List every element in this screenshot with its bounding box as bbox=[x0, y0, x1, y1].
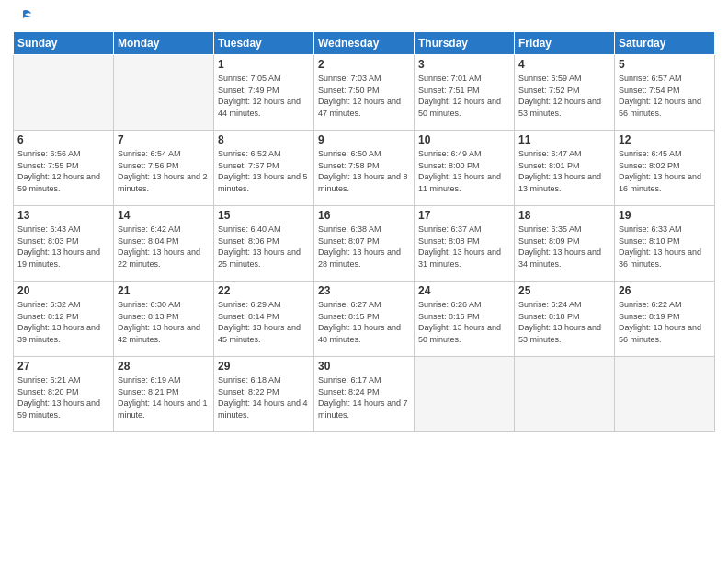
weekday-header-saturday: Saturday bbox=[615, 32, 715, 55]
day-number: 2 bbox=[318, 58, 410, 71]
weekday-header-tuesday: Tuesday bbox=[214, 32, 314, 55]
day-number: 3 bbox=[418, 58, 510, 71]
day-detail: Sunrise: 6:26 AM Sunset: 8:16 PM Dayligh… bbox=[418, 299, 510, 345]
logo-bird-icon bbox=[14, 9, 32, 26]
day-number: 19 bbox=[619, 209, 711, 222]
day-detail: Sunrise: 6:43 AM Sunset: 8:03 PM Dayligh… bbox=[17, 224, 109, 270]
calendar-cell: 14Sunrise: 6:42 AM Sunset: 8:04 PM Dayli… bbox=[114, 206, 214, 282]
week-row-1: 1Sunrise: 7:05 AM Sunset: 7:49 PM Daylig… bbox=[14, 55, 715, 131]
calendar-cell bbox=[114, 55, 214, 131]
calendar-cell: 3Sunrise: 7:01 AM Sunset: 7:51 PM Daylig… bbox=[415, 55, 515, 131]
day-detail: Sunrise: 6:17 AM Sunset: 8:24 PM Dayligh… bbox=[318, 374, 410, 420]
day-number: 12 bbox=[619, 133, 711, 146]
calendar-cell: 11Sunrise: 6:47 AM Sunset: 8:01 PM Dayli… bbox=[515, 131, 615, 206]
calendar-cell: 28Sunrise: 6:19 AM Sunset: 8:21 PM Dayli… bbox=[114, 357, 214, 432]
calendar-cell: 18Sunrise: 6:35 AM Sunset: 8:09 PM Dayli… bbox=[515, 206, 615, 282]
day-detail: Sunrise: 6:54 AM Sunset: 7:56 PM Dayligh… bbox=[118, 148, 210, 194]
day-number: 10 bbox=[418, 133, 510, 146]
day-number: 18 bbox=[518, 209, 610, 222]
day-number: 22 bbox=[218, 284, 310, 297]
calendar-cell bbox=[14, 55, 114, 131]
day-detail: Sunrise: 7:03 AM Sunset: 7:50 PM Dayligh… bbox=[318, 73, 410, 119]
day-detail: Sunrise: 6:24 AM Sunset: 8:18 PM Dayligh… bbox=[518, 299, 610, 345]
day-detail: Sunrise: 6:30 AM Sunset: 8:13 PM Dayligh… bbox=[118, 299, 210, 345]
calendar-cell bbox=[415, 357, 515, 432]
day-detail: Sunrise: 6:40 AM Sunset: 8:06 PM Dayligh… bbox=[218, 224, 310, 270]
calendar-cell: 23Sunrise: 6:27 AM Sunset: 8:15 PM Dayli… bbox=[314, 282, 415, 357]
calendar-cell: 13Sunrise: 6:43 AM Sunset: 8:03 PM Dayli… bbox=[14, 206, 114, 282]
weekday-header-wednesday: Wednesday bbox=[314, 32, 415, 55]
logo bbox=[13, 9, 32, 24]
day-detail: Sunrise: 6:35 AM Sunset: 8:09 PM Dayligh… bbox=[518, 224, 610, 270]
calendar-cell: 17Sunrise: 6:37 AM Sunset: 8:08 PM Dayli… bbox=[415, 206, 515, 282]
calendar-cell: 22Sunrise: 6:29 AM Sunset: 8:14 PM Dayli… bbox=[214, 282, 314, 357]
calendar-cell: 4Sunrise: 6:59 AM Sunset: 7:52 PM Daylig… bbox=[515, 55, 615, 131]
day-number: 17 bbox=[418, 209, 510, 222]
day-number: 23 bbox=[318, 284, 410, 297]
day-detail: Sunrise: 6:32 AM Sunset: 8:12 PM Dayligh… bbox=[17, 299, 109, 345]
day-detail: Sunrise: 6:52 AM Sunset: 7:57 PM Dayligh… bbox=[218, 148, 310, 194]
day-detail: Sunrise: 6:22 AM Sunset: 8:19 PM Dayligh… bbox=[619, 299, 711, 345]
weekday-header-friday: Friday bbox=[515, 32, 615, 55]
day-detail: Sunrise: 6:57 AM Sunset: 7:54 PM Dayligh… bbox=[619, 73, 711, 119]
calendar-cell: 15Sunrise: 6:40 AM Sunset: 8:06 PM Dayli… bbox=[214, 206, 314, 282]
day-number: 27 bbox=[17, 360, 109, 373]
day-number: 28 bbox=[118, 360, 210, 373]
day-detail: Sunrise: 6:50 AM Sunset: 7:58 PM Dayligh… bbox=[318, 148, 410, 194]
day-detail: Sunrise: 6:49 AM Sunset: 8:00 PM Dayligh… bbox=[418, 148, 510, 194]
calendar-table: SundayMondayTuesdayWednesdayThursdayFrid… bbox=[13, 31, 715, 432]
day-detail: Sunrise: 6:59 AM Sunset: 7:52 PM Dayligh… bbox=[518, 73, 610, 119]
weekday-header-monday: Monday bbox=[114, 32, 214, 55]
day-number: 1 bbox=[218, 58, 310, 71]
calendar-cell: 5Sunrise: 6:57 AM Sunset: 7:54 PM Daylig… bbox=[615, 55, 715, 131]
calendar-cell: 2Sunrise: 7:03 AM Sunset: 7:50 PM Daylig… bbox=[314, 55, 415, 131]
calendar-cell: 16Sunrise: 6:38 AM Sunset: 8:07 PM Dayli… bbox=[314, 206, 415, 282]
day-number: 11 bbox=[518, 133, 610, 146]
day-number: 14 bbox=[118, 209, 210, 222]
week-row-2: 6Sunrise: 6:56 AM Sunset: 7:55 PM Daylig… bbox=[14, 131, 715, 206]
day-number: 8 bbox=[218, 133, 310, 146]
day-detail: Sunrise: 6:21 AM Sunset: 8:20 PM Dayligh… bbox=[17, 374, 109, 420]
calendar-cell bbox=[615, 357, 715, 432]
week-row-4: 20Sunrise: 6:32 AM Sunset: 8:12 PM Dayli… bbox=[14, 282, 715, 357]
day-detail: Sunrise: 6:45 AM Sunset: 8:02 PM Dayligh… bbox=[619, 148, 711, 194]
calendar-cell: 30Sunrise: 6:17 AM Sunset: 8:24 PM Dayli… bbox=[314, 357, 415, 432]
calendar-cell: 8Sunrise: 6:52 AM Sunset: 7:57 PM Daylig… bbox=[214, 131, 314, 206]
calendar-cell: 1Sunrise: 7:05 AM Sunset: 7:49 PM Daylig… bbox=[214, 55, 314, 131]
day-detail: Sunrise: 6:37 AM Sunset: 8:08 PM Dayligh… bbox=[418, 224, 510, 270]
day-detail: Sunrise: 6:38 AM Sunset: 8:07 PM Dayligh… bbox=[318, 224, 410, 270]
day-number: 25 bbox=[518, 284, 610, 297]
day-number: 6 bbox=[17, 133, 109, 146]
weekday-header-row: SundayMondayTuesdayWednesdayThursdayFrid… bbox=[14, 32, 715, 55]
day-number: 7 bbox=[118, 133, 210, 146]
day-detail: Sunrise: 6:18 AM Sunset: 8:22 PM Dayligh… bbox=[218, 374, 310, 420]
day-detail: Sunrise: 6:27 AM Sunset: 8:15 PM Dayligh… bbox=[318, 299, 410, 345]
day-detail: Sunrise: 7:05 AM Sunset: 7:49 PM Dayligh… bbox=[218, 73, 310, 119]
calendar-cell: 26Sunrise: 6:22 AM Sunset: 8:19 PM Dayli… bbox=[615, 282, 715, 357]
weekday-header-sunday: Sunday bbox=[14, 32, 114, 55]
day-number: 24 bbox=[418, 284, 510, 297]
day-number: 15 bbox=[218, 209, 310, 222]
calendar-cell: 19Sunrise: 6:33 AM Sunset: 8:10 PM Dayli… bbox=[615, 206, 715, 282]
day-number: 5 bbox=[619, 58, 711, 71]
day-number: 4 bbox=[518, 58, 610, 71]
calendar-cell: 9Sunrise: 6:50 AM Sunset: 7:58 PM Daylig… bbox=[314, 131, 415, 206]
day-number: 20 bbox=[17, 284, 109, 297]
day-detail: Sunrise: 6:42 AM Sunset: 8:04 PM Dayligh… bbox=[118, 224, 210, 270]
day-detail: Sunrise: 6:19 AM Sunset: 8:21 PM Dayligh… bbox=[118, 374, 210, 420]
calendar-cell: 20Sunrise: 6:32 AM Sunset: 8:12 PM Dayli… bbox=[14, 282, 114, 357]
day-detail: Sunrise: 6:56 AM Sunset: 7:55 PM Dayligh… bbox=[17, 148, 109, 194]
calendar-cell: 10Sunrise: 6:49 AM Sunset: 8:00 PM Dayli… bbox=[415, 131, 515, 206]
day-detail: Sunrise: 6:47 AM Sunset: 8:01 PM Dayligh… bbox=[518, 148, 610, 194]
day-number: 30 bbox=[318, 360, 410, 373]
day-detail: Sunrise: 6:33 AM Sunset: 8:10 PM Dayligh… bbox=[619, 224, 711, 270]
day-number: 13 bbox=[17, 209, 109, 222]
calendar-cell: 21Sunrise: 6:30 AM Sunset: 8:13 PM Dayli… bbox=[114, 282, 214, 357]
calendar-cell: 29Sunrise: 6:18 AM Sunset: 8:22 PM Dayli… bbox=[214, 357, 314, 432]
weekday-header-thursday: Thursday bbox=[415, 32, 515, 55]
day-number: 9 bbox=[318, 133, 410, 146]
calendar-cell: 24Sunrise: 6:26 AM Sunset: 8:16 PM Dayli… bbox=[415, 282, 515, 357]
calendar-cell: 7Sunrise: 6:54 AM Sunset: 7:56 PM Daylig… bbox=[114, 131, 214, 206]
day-number: 16 bbox=[318, 209, 410, 222]
day-number: 21 bbox=[118, 284, 210, 297]
